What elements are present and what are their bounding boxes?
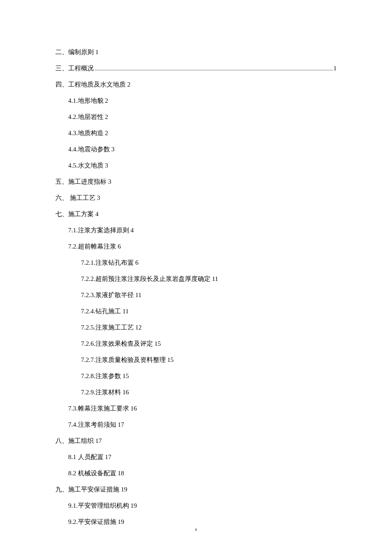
toc-entry: 7.2.3.浆液扩散半径 11 xyxy=(81,290,337,300)
toc-entry: 7.2.超前帷幕注浆 6 xyxy=(68,241,337,251)
toc-entry: 7.2.9.注浆材料 16 xyxy=(81,387,337,397)
toc-entry: 四、工程地质及水文地质 2 xyxy=(55,79,337,90)
page-container: 二、编制原则 1三、工程概况1四、工程地质及水文地质 24.1.地形地貌 24.… xyxy=(0,0,392,555)
toc-entry-text: 六、 施工工艺 3 xyxy=(55,194,100,201)
page-footer: z xyxy=(0,526,392,532)
toc-entry: 4.4.地震动参数 3 xyxy=(68,144,337,154)
toc-entry-text: 8.2 机械设备配置 18 xyxy=(68,470,124,477)
toc-dots xyxy=(95,70,333,70)
toc-entry-text: 七、施工方案 4 xyxy=(55,211,98,217)
toc-entry-text: 二、编制原则 1 xyxy=(55,49,98,55)
toc-entry-text: 7.3.帷幕注浆施工要求 16 xyxy=(68,405,137,412)
toc-entry: 7.2.5.注浆施工工艺 12 xyxy=(81,322,337,332)
toc-entry-text: 7.2.9.注浆材料 16 xyxy=(81,389,129,396)
toc-entry-text: 五、施工进度指标 3 xyxy=(55,178,111,185)
toc-entry: 7.1.注浆方案选择原则 4 xyxy=(68,225,337,235)
toc-entry-text: 4.1.地形地貌 2 xyxy=(68,97,108,104)
toc-entry: 7.4.注浆考前须知 17 xyxy=(68,419,337,430)
toc-entry-text: 7.2.8.注浆参数 15 xyxy=(81,373,129,379)
toc-entry-text: 四、工程地质及水文地质 2 xyxy=(55,81,130,88)
toc-entry-page: 1 xyxy=(334,63,337,73)
toc-entry: 7.2.1.注浆钻孔布置 6 xyxy=(81,257,337,268)
toc-entry: 七、施工方案 4 xyxy=(55,209,337,219)
toc-entry: 4.1.地形地貌 2 xyxy=(68,95,337,106)
toc-entry-text: 7.1.注浆方案选择原则 4 xyxy=(68,227,134,234)
table-of-contents: 二、编制原则 1三、工程概况1四、工程地质及水文地质 24.1.地形地貌 24.… xyxy=(55,47,337,527)
toc-entry-text: 9.1.平安管理组织机构 19 xyxy=(68,502,137,509)
toc-entry-text: 7.2.7.注浆质量检验及资料整理 15 xyxy=(81,356,174,363)
toc-entry: 五、施工进度指标 3 xyxy=(55,176,337,187)
toc-entry-text: 八、施工组织 17 xyxy=(55,437,102,444)
toc-entry-text: 7.2.2.超前预注浆注浆段长及止浆岩盘厚度确定 11 xyxy=(81,275,218,282)
toc-entry: 7.2.6.注浆效果检查及评定 15 xyxy=(81,338,337,349)
toc-entry-title: 三、工程概况 xyxy=(55,63,94,73)
toc-entry: 六、 施工工艺 3 xyxy=(55,193,337,203)
toc-entry-text: 九、施工平安保证措施 19 xyxy=(55,486,127,493)
toc-entry: 4.5.水文地质 3 xyxy=(68,160,337,171)
toc-entry-text: 4.5.水文地质 3 xyxy=(68,162,108,169)
toc-entry: 二、编制原则 1 xyxy=(55,47,337,57)
toc-entry: 7.2.2.超前预注浆注浆段长及止浆岩盘厚度确定 11 xyxy=(81,274,337,284)
toc-entry-text: 7.2.3.浆液扩散半径 11 xyxy=(81,292,141,298)
toc-entry: 九、施工平安保证措施 19 xyxy=(55,484,337,494)
toc-entry-text: 4.2.地层岩性 2 xyxy=(68,113,108,120)
toc-entry: 八、施工组织 17 xyxy=(55,436,337,446)
toc-entry: 8.2 机械设备配置 18 xyxy=(68,468,337,478)
toc-entry-text: 7.2.5.注浆施工工艺 12 xyxy=(81,324,142,331)
toc-entry: 7.3.帷幕注浆施工要求 16 xyxy=(68,403,337,413)
toc-entry-text: 4.3.地质构造 2 xyxy=(68,130,108,136)
toc-entry: 4.3.地质构造 2 xyxy=(68,128,337,138)
toc-entry: 7.2.7.注浆质量检验及资料整理 15 xyxy=(81,355,337,365)
toc-entry: 4.2.地层岩性 2 xyxy=(68,112,337,122)
toc-entry: 9.1.平安管理组织机构 19 xyxy=(68,500,337,511)
toc-entry: 9.2.平安保证措施 19 xyxy=(68,517,337,527)
toc-entry: 7.2.8.注浆参数 15 xyxy=(81,371,337,381)
toc-entry-text: 7.2.6.注浆效果检查及评定 15 xyxy=(81,340,161,347)
toc-entry-text: 4.4.地震动参数 3 xyxy=(68,146,115,153)
toc-entry-text: 7.2.4.钻孔施工 11 xyxy=(81,308,129,315)
toc-entry: 三、工程概况1 xyxy=(55,63,337,73)
toc-entry-text: 7.2.1.注浆钻孔布置 6 xyxy=(81,259,138,266)
toc-entry-text: 7.2.超前帷幕注浆 6 xyxy=(68,243,121,250)
toc-entry-text: 9.2.平安保证措施 19 xyxy=(68,518,124,525)
toc-entry-text: 8.1 人员配置 17 xyxy=(68,454,111,460)
toc-entry: 8.1 人员配置 17 xyxy=(68,452,337,462)
toc-entry-text: 7.4.注浆考前须知 17 xyxy=(68,421,124,428)
toc-entry: 7.2.4.钻孔施工 11 xyxy=(81,306,337,316)
